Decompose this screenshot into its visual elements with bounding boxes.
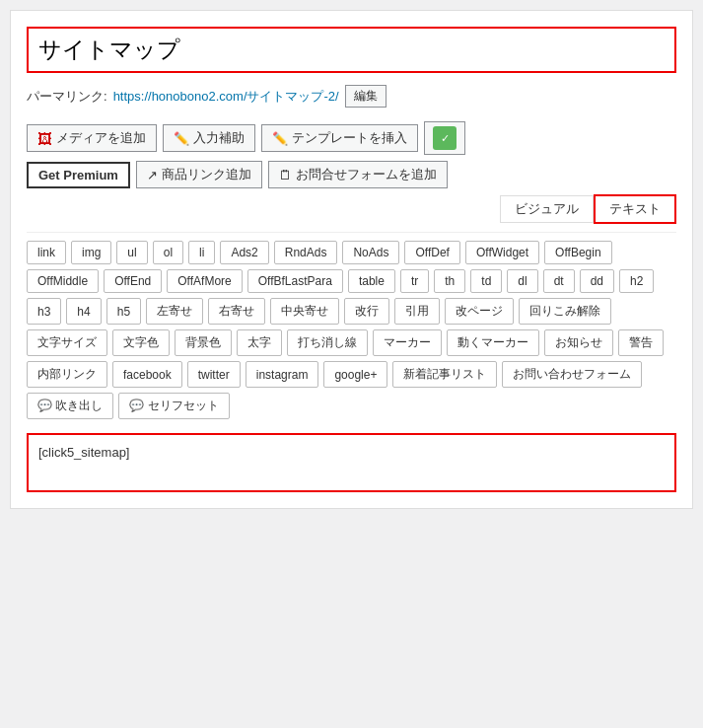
shortcode-button[interactable]: instagram xyxy=(246,361,319,388)
shortcode-button[interactable]: google+ xyxy=(323,361,387,388)
green-icon-button[interactable]: ✓ xyxy=(424,121,465,155)
shortcode-button[interactable]: 💬 吹き出し xyxy=(27,393,113,419)
shortcode-button[interactable]: h3 xyxy=(27,298,61,325)
shortcode-buttons: linkimgulolliAds2RndAdsNoAdsOffDefOffWid… xyxy=(27,232,676,423)
shortcode-button[interactable]: NoAds xyxy=(342,241,399,264)
green-check-icon: ✓ xyxy=(433,126,457,150)
shortcode-button[interactable]: dl xyxy=(507,269,537,293)
shortcode-button[interactable]: ul xyxy=(116,241,147,264)
template-label: テンプレートを挿入 xyxy=(292,129,407,147)
shortcode-button[interactable]: 新着記事リスト xyxy=(392,361,497,388)
media-add-label: メディアを追加 xyxy=(56,129,146,147)
shortcode-button[interactable]: h2 xyxy=(619,269,654,293)
form-icon: 🗒 xyxy=(279,168,292,182)
shortcode-button[interactable]: 打ち消し線 xyxy=(287,329,368,356)
permalink-url[interactable]: https://honobono2.com/サイトマップ-2/ xyxy=(113,88,339,106)
template-insert-button[interactable]: ✏️ テンプレートを挿入 xyxy=(261,124,418,152)
input-assist-button[interactable]: ✏️ 入力補助 xyxy=(163,124,255,152)
shortcode-button[interactable]: h4 xyxy=(66,298,101,325)
shortcode-button[interactable]: dt xyxy=(543,269,575,293)
shortcode-button[interactable]: 太字 xyxy=(237,329,282,356)
shortcode-button[interactable]: 文字色 xyxy=(112,329,170,356)
shortcode-button[interactable]: 動くマーカー xyxy=(447,329,539,356)
shortcode-button[interactable]: OffAfMore xyxy=(167,269,242,293)
shortcode-button[interactable]: ol xyxy=(153,241,183,264)
shortcode-button[interactable]: OffBegin xyxy=(544,241,611,264)
toolbar-row-2: Get Premium ↗ 商品リンク追加 🗒 お問合せフォームを追加 xyxy=(27,161,676,188)
tab-visual[interactable]: ビジュアル xyxy=(500,195,594,223)
template-icon: ✏️ xyxy=(272,131,288,146)
permalink-label: パーマリンク: xyxy=(27,88,107,106)
title-input[interactable] xyxy=(27,27,676,73)
shortcode-button[interactable]: 内部リンク xyxy=(27,361,107,388)
shortcode-button[interactable]: OffMiddle xyxy=(27,269,99,293)
shortcode-button[interactable]: 引用 xyxy=(394,298,440,325)
permalink-row: パーマリンク: https://honobono2.com/サイトマップ-2/ … xyxy=(27,85,676,108)
share-icon: ↗ xyxy=(147,168,158,182)
view-tab-bar: ビジュアル テキスト xyxy=(27,194,676,224)
shortcode-button[interactable]: twitter xyxy=(187,361,241,388)
shortcode-button[interactable]: OffBfLastPara xyxy=(247,269,343,293)
contact-form-label: お問合せフォームを追加 xyxy=(296,166,437,183)
shortcode-button[interactable]: li xyxy=(188,241,215,264)
editor-container: パーマリンク: https://honobono2.com/サイトマップ-2/ … xyxy=(10,10,693,509)
shortcode-button[interactable]: 中央寄せ xyxy=(270,298,339,325)
shortcode-button[interactable]: 左寄せ xyxy=(146,298,203,325)
shortcode-button[interactable]: RndAds xyxy=(274,241,338,264)
shortcode-button[interactable]: OffEnd xyxy=(104,269,162,293)
shortcode-button[interactable]: 文字サイズ xyxy=(27,329,107,356)
product-link-button[interactable]: ↗ 商品リンク追加 xyxy=(136,161,262,188)
pen-icon: ✏️ xyxy=(174,131,189,146)
shortcode-button[interactable]: th xyxy=(434,269,465,293)
shortcode-button[interactable]: Ads2 xyxy=(220,241,268,264)
shortcode-button[interactable]: 回りこみ解除 xyxy=(519,298,611,325)
get-premium-button[interactable]: Get Premium xyxy=(27,162,130,188)
permalink-edit-button[interactable]: 編集 xyxy=(345,85,387,108)
shortcode-button[interactable]: お問い合わせフォーム xyxy=(502,361,642,388)
shortcode-button[interactable]: img xyxy=(71,241,111,264)
shortcode-button[interactable]: マーカー xyxy=(373,329,442,356)
shortcode-button[interactable]: OffDef xyxy=(404,241,459,264)
shortcode-button[interactable]: tr xyxy=(400,269,429,293)
contact-form-button[interactable]: 🗒 お問合せフォームを追加 xyxy=(268,161,448,188)
shortcode-button[interactable]: 改ページ xyxy=(445,298,514,325)
tab-text[interactable]: テキスト xyxy=(594,194,676,224)
shortcode-button[interactable]: 警告 xyxy=(618,329,664,356)
product-link-label: 商品リンク追加 xyxy=(162,166,251,183)
shortcode-button[interactable]: 改行 xyxy=(344,298,389,325)
shortcode-button[interactable]: dd xyxy=(580,269,614,293)
shortcode-button[interactable]: 背景色 xyxy=(175,329,232,356)
shortcode-button[interactable]: お知らせ xyxy=(544,329,613,356)
shortcode-button[interactable]: 💬 セリフセット xyxy=(118,393,229,419)
shortcode-button[interactable]: td xyxy=(470,269,502,293)
toolbar-row-1: 🖼 メディアを追加 ✏️ 入力補助 ✏️ テンプレートを挿入 ✓ xyxy=(27,121,676,155)
input-assist-label: 入力補助 xyxy=(193,129,245,147)
shortcode-button[interactable]: OffWidget xyxy=(465,241,539,264)
media-icon: 🖼 xyxy=(37,130,52,147)
shortcode-button[interactable]: facebook xyxy=(112,361,182,388)
shortcode-button[interactable]: 右寄せ xyxy=(208,298,265,325)
editor-content-area[interactable]: [click5_sitemap] xyxy=(27,433,676,492)
media-add-button[interactable]: 🖼 メディアを追加 xyxy=(27,124,157,152)
shortcode-button[interactable]: table xyxy=(348,269,395,293)
shortcode-button[interactable]: link xyxy=(27,241,66,264)
shortcode-button[interactable]: h5 xyxy=(106,298,141,325)
